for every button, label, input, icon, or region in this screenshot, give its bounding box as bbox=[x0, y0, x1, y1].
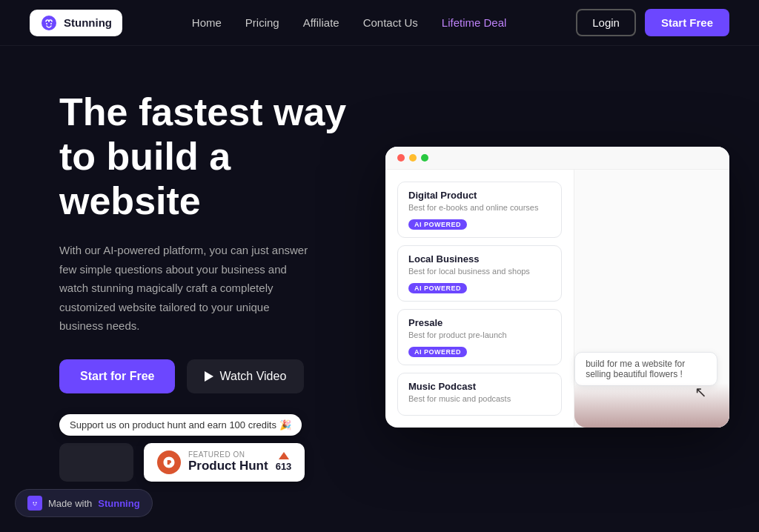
svg-point-2 bbox=[50, 23, 52, 24]
footer-brand-name: Stunning bbox=[98, 498, 139, 509]
svg-point-3 bbox=[30, 499, 39, 508]
nav-contact[interactable]: Contact Us bbox=[363, 16, 418, 29]
category-music-podcast[interactable]: Music Podcast Best for music and podcast… bbox=[397, 373, 562, 416]
window-minimize-dot bbox=[409, 154, 417, 162]
hero-section: The fastest way to build a website With … bbox=[0, 46, 759, 514]
hero-description: With our AI-powered platform, you can ju… bbox=[59, 241, 311, 336]
mockup-body: Digital Product Best for e-books and onl… bbox=[385, 170, 729, 428]
nav-actions: Login Start Free bbox=[576, 9, 729, 36]
footer-made-with-badge[interactable]: Made with Stunning bbox=[15, 489, 153, 517]
play-icon bbox=[205, 371, 213, 382]
nav-affiliate[interactable]: Affiliate bbox=[303, 16, 339, 29]
ph-small-badge bbox=[59, 443, 133, 482]
ai-badge-0: AI powered bbox=[408, 219, 467, 230]
window-close-dot bbox=[397, 154, 405, 162]
cursor-icon: ↖ bbox=[695, 383, 707, 401]
logo[interactable]: Stunning bbox=[30, 10, 122, 36]
ai-badge-1: AI powered bbox=[408, 283, 467, 293]
logo-text: Stunning bbox=[64, 16, 112, 29]
ph-votes: 613 bbox=[276, 452, 292, 472]
ai-badge-2: AI powered bbox=[408, 347, 467, 357]
footer-brand-icon bbox=[27, 496, 42, 511]
category-panel: Digital Product Best for e-books and onl… bbox=[385, 170, 574, 428]
svg-point-4 bbox=[33, 502, 34, 504]
navigation: Stunning Home Pricing Affiliate Contact … bbox=[0, 0, 759, 46]
mockup-chat-panel: build for me a website for selling beaut… bbox=[574, 170, 729, 428]
footer-made-with-label: Made with bbox=[48, 498, 92, 509]
ph-featured-badge[interactable]: FEATURED ON Product Hunt 613 bbox=[144, 443, 305, 482]
svg-point-5 bbox=[36, 502, 37, 504]
window-maximize-dot bbox=[421, 154, 428, 162]
nav-links: Home Pricing Affiliate Contact Us Lifeti… bbox=[192, 16, 507, 30]
login-button[interactable]: Login bbox=[576, 9, 636, 36]
ph-logo-icon bbox=[157, 450, 181, 474]
nav-pricing[interactable]: Pricing bbox=[245, 16, 279, 29]
mockup-titlebar bbox=[385, 147, 729, 170]
hero-cta-video[interactable]: Watch Video bbox=[187, 359, 304, 393]
nav-lifetime-deal[interactable]: Lifetime Deal bbox=[442, 16, 507, 29]
hero-mockup: Digital Product Best for e-books and onl… bbox=[385, 147, 729, 428]
svg-point-0 bbox=[42, 16, 56, 30]
hero-buttons: Start for Free Watch Video bbox=[59, 359, 356, 393]
product-hunt-section: Support us on product hunt and earn 100 … bbox=[59, 414, 305, 482]
hero-cta-primary[interactable]: Start for Free bbox=[59, 359, 175, 393]
nav-home[interactable]: Home bbox=[192, 16, 222, 29]
svg-point-1 bbox=[46, 23, 47, 24]
ph-tooltip: Support us on product hunt and earn 100 … bbox=[59, 414, 302, 436]
mockup-window: Digital Product Best for e-books and onl… bbox=[385, 147, 729, 428]
category-digital-product[interactable]: Digital Product Best for e-books and onl… bbox=[397, 182, 562, 238]
ph-arrow-up-icon bbox=[279, 452, 289, 459]
ph-badges: FEATURED ON Product Hunt 613 bbox=[59, 443, 305, 482]
category-presale[interactable]: Presale Best for product pre-launch AI p… bbox=[397, 309, 562, 365]
chat-bubble: build for me a website for selling beaut… bbox=[574, 352, 717, 386]
hero-content: The fastest way to build a website With … bbox=[59, 90, 356, 485]
hero-title: The fastest way to build a website bbox=[59, 90, 356, 223]
logo-icon bbox=[40, 14, 58, 32]
category-local-business[interactable]: Local Business Best for local business a… bbox=[397, 245, 562, 302]
ph-text: FEATURED ON Product Hunt bbox=[188, 450, 268, 473]
start-free-button[interactable]: Start Free bbox=[645, 9, 729, 36]
